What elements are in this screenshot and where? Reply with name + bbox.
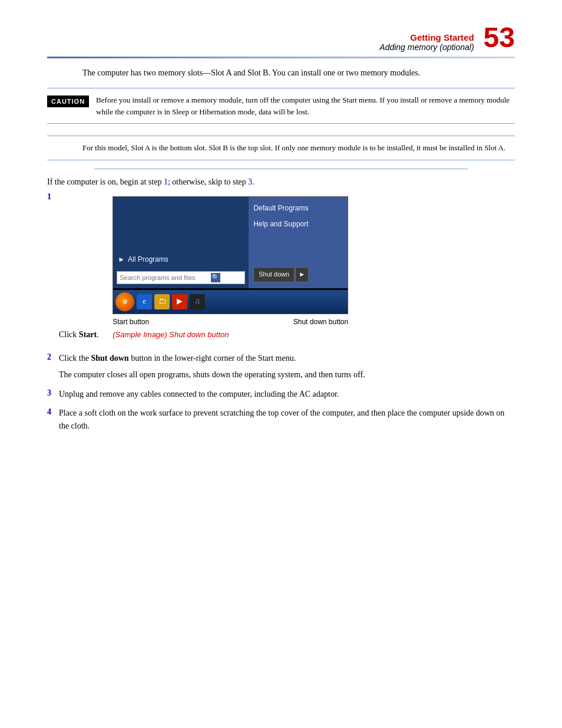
- step-2-sub: The computer closes all open programs, s…: [59, 368, 515, 381]
- step-1-number: 1: [47, 192, 59, 202]
- media-player-icon[interactable]: ▶: [172, 294, 187, 309]
- caution-box: CAUTION Before you install or remove a m…: [47, 88, 515, 124]
- step-4-content: Place a soft cloth on the work surface t…: [59, 407, 515, 433]
- step-1-text: Click Start.: [59, 330, 99, 339]
- start-orb-icon: ✿: [123, 297, 127, 307]
- winamp-glyph: ♫: [194, 295, 200, 308]
- help-support-item[interactable]: Help and Support: [253, 219, 343, 230]
- shutdown-row: Shut down ►: [253, 267, 343, 282]
- step-1-content: Click Start. ► All Programs 🔍: [59, 192, 515, 346]
- sample-image-label: (Sample Image) Shut down button: [113, 329, 348, 341]
- step-intro-middle: ; otherwise, skip to step: [168, 177, 248, 186]
- taskbar: ✿ e 🗀 ▶ ♫: [113, 290, 348, 314]
- note-box: For this model, Slot A is the bottom slo…: [47, 136, 515, 160]
- folder-taskbar-icon[interactable]: 🗀: [154, 294, 170, 309]
- sub-title: Adding memory (optional): [379, 42, 474, 52]
- step-1-bold: Start: [79, 330, 97, 339]
- step-intro-end: .: [252, 177, 254, 186]
- step-2: 2 Click the Shut down button in the lowe…: [47, 352, 515, 382]
- chapter-title: Getting Started: [410, 32, 474, 42]
- step-4-number: 4: [47, 407, 59, 417]
- caption-start-button: Start button: [113, 317, 149, 328]
- winamp-icon[interactable]: ♫: [190, 294, 205, 309]
- page: Getting Started Adding memory (optional)…: [0, 0, 562, 728]
- main-content: The computer has two memory slots—Slot A…: [0, 67, 562, 433]
- caption-shutdown-button: Shut down button: [293, 317, 348, 328]
- step-2-bold: Shut down: [91, 354, 128, 363]
- intro-text: The computer has two memory slots—Slot A…: [47, 67, 515, 80]
- folder-glyph: 🗀: [158, 295, 166, 308]
- step-intro: If the computer is on, begin at step 1; …: [47, 177, 515, 187]
- step-2-text: Click the Shut down button in the lower-…: [59, 354, 296, 363]
- mid-divider: [94, 169, 468, 169]
- start-orb[interactable]: ✿: [115, 292, 134, 311]
- step-3: 3 Unplug and remove any cables connected…: [47, 388, 515, 401]
- all-programs-row[interactable]: ► All Programs: [113, 252, 249, 268]
- search-icon: 🔍: [211, 273, 220, 282]
- media-glyph: ▶: [177, 295, 183, 308]
- shutdown-arrow-button[interactable]: ►: [295, 267, 309, 282]
- start-menu-left-panel: ► All Programs 🔍: [113, 197, 249, 288]
- screenshot-captions: Start button Shut down button: [113, 317, 348, 328]
- caution-text: Before you install or remove a memory mo…: [96, 94, 515, 117]
- step-3-number: 3: [47, 388, 59, 398]
- step-link-1[interactable]: 1: [164, 177, 168, 186]
- screenshot-container: ► All Programs 🔍 Default Programs Help: [113, 196, 348, 341]
- note-text: For this model, Slot A is the bottom slo…: [82, 143, 505, 152]
- ie-icon[interactable]: e: [137, 294, 152, 309]
- caution-label: CAUTION: [47, 95, 89, 107]
- step-link-3[interactable]: 3: [248, 177, 252, 186]
- step-3-content: Unplug and remove any cables connected t…: [59, 388, 515, 401]
- ie-glyph: e: [143, 295, 146, 308]
- step-4-text: Place a soft cloth on the work surface t…: [59, 409, 504, 430]
- step-intro-text1: If the computer is on, begin at step: [47, 177, 164, 186]
- default-programs-item[interactable]: Default Programs: [253, 203, 343, 214]
- all-programs-label: All Programs: [128, 254, 168, 265]
- search-input[interactable]: [120, 274, 211, 281]
- step-2-content: Click the Shut down button in the lower-…: [59, 352, 515, 382]
- shutdown-button[interactable]: Shut down: [253, 267, 295, 282]
- search-box[interactable]: 🔍: [117, 271, 245, 284]
- step-1: 1 Click Start. ► All Programs: [47, 192, 515, 346]
- header-right: Getting Started Adding memory (optional): [47, 32, 474, 52]
- step-3-text: Unplug and remove any cables connected t…: [59, 390, 339, 398]
- start-menu-right-panel: Default Programs Help and Support Shut d…: [249, 197, 348, 288]
- all-programs-arrow: ►: [118, 254, 125, 265]
- step-4: 4 Place a soft cloth on the work surface…: [47, 407, 515, 433]
- page-number: 53: [484, 24, 515, 52]
- top-divider: [47, 57, 515, 58]
- page-header: Getting Started Adding memory (optional)…: [0, 24, 562, 54]
- step-2-number: 2: [47, 352, 59, 362]
- start-menu-screenshot: ► All Programs 🔍 Default Programs Help: [113, 196, 348, 314]
